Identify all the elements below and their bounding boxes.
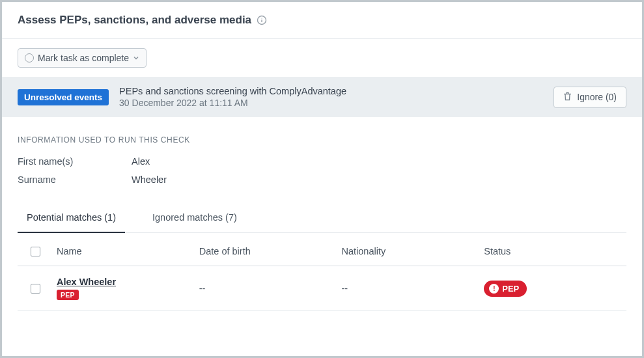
surname-label: Surname — [18, 174, 132, 185]
select-all-checkbox[interactable] — [31, 247, 40, 256]
ignore-label: Ignore (0) — [577, 92, 617, 102]
info-row-surname: Surname Wheeler — [18, 174, 626, 185]
dob-cell: -- — [199, 283, 342, 294]
row-checkbox[interactable] — [31, 284, 40, 294]
panel: Assess PEPs, sanctions, and adverse medi… — [2, 2, 642, 356]
match-name-link[interactable]: Alex Wheeler — [57, 277, 116, 287]
status-pill: ! PEP — [484, 281, 527, 297]
tab-potential-matches[interactable]: Potential matches (1) — [18, 212, 125, 233]
event-timestamp: 30 December 2022 at 11:11 AM — [119, 98, 543, 108]
event-info: PEPs and sanctions screening with Comply… — [119, 86, 543, 108]
table-header: Name Date of birth Nationality Status — [18, 233, 626, 266]
surname-value: Wheeler — [132, 174, 167, 185]
unresolved-events-badge: Unresolved events — [18, 89, 109, 105]
chevron-down-icon — [133, 53, 139, 63]
svg-point-2 — [261, 18, 262, 18]
tab-ignored-matches[interactable]: Ignored matches (7) — [143, 212, 246, 233]
page-title: Assess PEPs, sanctions, and adverse medi… — [18, 14, 251, 27]
alert-icon: ! — [489, 284, 499, 294]
col-nationality: Nationality — [342, 246, 484, 256]
section-heading: INFORMATION USED TO RUN THIS CHECK — [18, 135, 626, 145]
col-status: Status — [484, 246, 626, 256]
event-bar: Unresolved events PEPs and sanctions scr… — [2, 77, 642, 117]
table-row: Alex Wheeler PEP -- -- ! PEP — [18, 266, 626, 311]
select-all-cell — [18, 247, 57, 256]
content: INFORMATION USED TO RUN THIS CHECK First… — [2, 117, 642, 311]
ignore-button[interactable]: Ignore (0) — [553, 87, 626, 108]
nationality-cell: -- — [342, 283, 484, 294]
circle-icon — [25, 53, 34, 62]
col-dob: Date of birth — [199, 246, 342, 256]
status-cell: ! PEP — [484, 281, 626, 297]
info-row-first-name: First name(s) Alex — [18, 156, 626, 167]
col-name: Name — [57, 246, 199, 256]
mark-complete-button[interactable]: Mark task as complete — [18, 48, 147, 68]
event-title: PEPs and sanctions screening with Comply… — [119, 86, 543, 96]
header: Assess PEPs, sanctions, and adverse medi… — [2, 2, 642, 38]
trash-icon — [563, 92, 572, 103]
status-text: PEP — [502, 284, 519, 294]
first-name-value: Alex — [132, 156, 150, 167]
matches-table: Name Date of birth Nationality Status Al… — [18, 233, 626, 311]
toolbar: Mark task as complete — [2, 38, 642, 77]
pep-badge: PEP — [57, 290, 79, 300]
tabs: Potential matches (1) Ignored matches (7… — [18, 212, 626, 233]
name-cell: Alex Wheeler PEP — [57, 277, 199, 300]
first-name-label: First name(s) — [18, 156, 132, 167]
mark-complete-label: Mark task as complete — [38, 53, 129, 63]
info-icon[interactable] — [257, 15, 267, 25]
row-checkbox-cell — [18, 284, 57, 294]
